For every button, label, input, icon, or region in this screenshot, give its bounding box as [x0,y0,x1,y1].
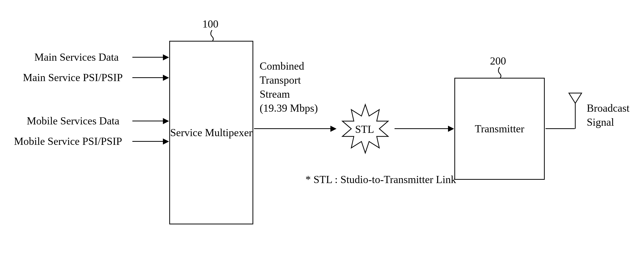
antenna-icon [568,92,583,130]
mux-output-line2: Transport [260,74,301,86]
mux-output-line3: Stream [260,88,290,100]
arrow-main-psi [132,77,163,78]
output-line2: Signal [587,116,614,128]
arrow-main-data [132,57,163,58]
transmitter-label: Transmitter [475,123,524,135]
arrow-stl-to-tx [395,128,448,129]
arrow-mobile-psi [132,141,163,142]
input-main-psi-label: Main Service PSI/PSIP [23,71,123,84]
input-mobile-psi-label: Mobile Service PSI/PSIP [14,135,122,147]
mux-output-line4: (19.39 Mbps) [260,102,318,114]
multiplexer-ref: 100 [202,18,218,30]
arrow-head-mobile-psi [163,138,169,145]
arrow-head-mux-to-stl [330,126,337,132]
arrow-mobile-data [132,121,163,121]
arrow-head-stl-to-tx [448,126,454,132]
transmitter-block: Transmitter [454,78,545,180]
arrow-mux-to-stl [254,128,330,129]
service-multiplexer-block: Service Multipexer [169,41,253,224]
output-line1: Broadcast [587,102,629,114]
mux-output-line1: Combined [260,60,304,72]
arrow-head-main-data [163,54,169,60]
ref-curl-200 [496,67,503,79]
ref-curl-100 [208,30,216,42]
transmitter-ref: 200 [490,55,506,67]
stl-footnote: * STL : Studio-to-Transmitter Link [305,173,456,186]
svg-marker-1 [569,93,582,103]
arrow-head-main-psi [163,75,169,81]
input-mobile-data-label: Mobile Services Data [27,115,119,127]
arrow-head-mobile-data [163,118,169,124]
service-multiplexer-label: Service Multipexer [170,126,252,139]
stl-label: STL [355,123,374,135]
input-main-data-label: Main Services Data [34,51,119,63]
diagram-stage: Main Services Data Main Service PSI/PSIP… [0,0,644,256]
